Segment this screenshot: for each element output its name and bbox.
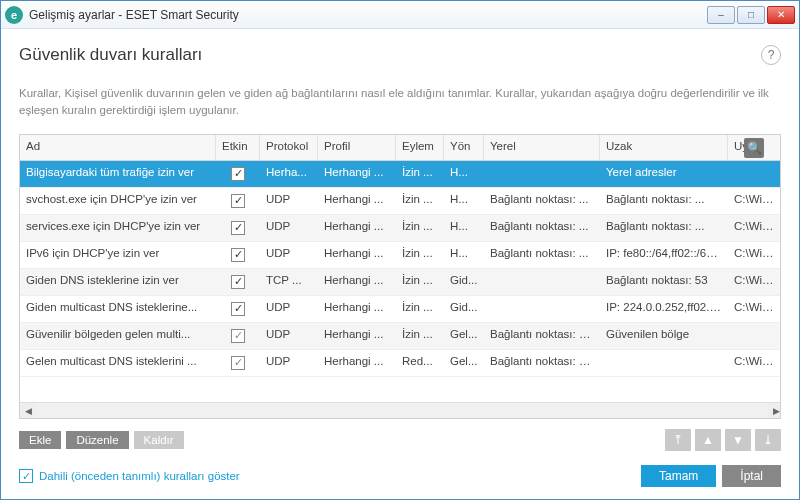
show-builtin-label: Dahili (önceden tanımlı) kuralları göste…	[39, 470, 240, 482]
cell-app: C:\Windo	[728, 215, 781, 241]
show-builtin-checkbox[interactable]: ✓ Dahili (önceden tanımlı) kuralları gös…	[19, 469, 240, 483]
table-row[interactable]: services.exe için DHCP'ye izin ver✓UDPHe…	[20, 215, 781, 242]
cell-profile: Herhangi ...	[318, 296, 396, 322]
cell-local	[484, 296, 600, 322]
cell-app: C:\Windo	[728, 188, 781, 214]
cell-action: İzin ...	[396, 323, 444, 349]
cell-local	[484, 269, 600, 295]
cell-profile: Herhangi ...	[318, 215, 396, 241]
remove-button[interactable]: Kaldır	[134, 431, 184, 449]
cell-dir: Gel...	[444, 323, 484, 349]
app-logo-icon: e	[5, 6, 23, 24]
table-row[interactable]: svchost.exe için DHCP'ye izin ver✓UDPHer…	[20, 188, 781, 215]
cell-remote	[600, 350, 728, 376]
cell-app: C:\Windo	[728, 296, 781, 322]
cell-name: services.exe için DHCP'ye izin ver	[20, 215, 216, 241]
cell-local: Bağlantı noktası: ...	[484, 242, 600, 268]
cell-proto: Herha...	[260, 161, 318, 187]
cell-app: C:\Windo	[728, 242, 781, 268]
cell-proto: UDP	[260, 296, 318, 322]
cell-profile: Herhangi ...	[318, 323, 396, 349]
move-top-button[interactable]: ⤒	[665, 429, 691, 451]
rules-table: Ad Etkin Protokol Profil Eylem Yön Yerel…	[19, 134, 781, 420]
cell-dir: H...	[444, 215, 484, 241]
cell-remote: IP: 224.0.0.252,ff02... Bağlantı noktası…	[600, 296, 728, 322]
scroll-right-icon[interactable]: ▶	[768, 403, 781, 419]
cell-proto: UDP	[260, 242, 318, 268]
col-protocol[interactable]: Protokol	[260, 135, 318, 160]
cell-profile: Herhangi ...	[318, 350, 396, 376]
cell-enabled[interactable]: ✓	[216, 296, 260, 322]
edit-buttons-row: Ekle Düzenle Kaldır ⤒ ▲ ▼ ⤓	[19, 429, 781, 451]
cell-enabled[interactable]: ✓	[216, 188, 260, 214]
help-icon[interactable]: ?	[761, 45, 781, 65]
cell-proto: UDP	[260, 188, 318, 214]
enabled-checkbox-icon: ✓	[231, 221, 245, 235]
cell-name: Güvenilir bölgeden gelen multi...	[20, 323, 216, 349]
cell-name: IPv6 için DHCP'ye izin ver	[20, 242, 216, 268]
col-local[interactable]: Yerel	[484, 135, 600, 160]
cell-action: Red...	[396, 350, 444, 376]
enabled-checkbox-icon: ✓	[231, 329, 245, 343]
cell-proto: UDP	[260, 323, 318, 349]
ok-button[interactable]: Tamam	[641, 465, 716, 487]
table-row[interactable]: Giden multicast DNS isteklerine...✓UDPHe…	[20, 296, 781, 323]
cell-enabled[interactable]: ✓	[216, 242, 260, 268]
cell-remote: Bağlantı noktası: 53	[600, 269, 728, 295]
cancel-button[interactable]: İptal	[722, 465, 781, 487]
cell-action: İzin ...	[396, 188, 444, 214]
col-direction[interactable]: Yön	[444, 135, 484, 160]
col-remote[interactable]: Uzak	[600, 135, 728, 160]
cell-dir: Gid...	[444, 269, 484, 295]
move-bottom-button[interactable]: ⤓	[755, 429, 781, 451]
cell-action: İzin ...	[396, 296, 444, 322]
cell-proto: UDP	[260, 350, 318, 376]
table-row[interactable]: IPv6 için DHCP'ye izin ver✓UDPHerhangi .…	[20, 242, 781, 269]
edit-button[interactable]: Düzenle	[66, 431, 128, 449]
close-button[interactable]: ✕	[767, 6, 795, 24]
col-profile[interactable]: Profil	[318, 135, 396, 160]
table-row[interactable]: Güvenilir bölgeden gelen multi...✓UDPHer…	[20, 323, 781, 350]
col-name[interactable]: Ad	[20, 135, 216, 160]
search-icon[interactable]: 🔍	[744, 138, 764, 158]
cell-proto: UDP	[260, 215, 318, 241]
window: e Gelişmiş ayarlar - ESET Smart Security…	[0, 0, 800, 500]
cell-local: Bağlantı noktası: ...	[484, 215, 600, 241]
col-enabled[interactable]: Etkin	[216, 135, 260, 160]
add-button[interactable]: Ekle	[19, 431, 61, 449]
cell-app: C:\Windo	[728, 269, 781, 295]
cell-dir: Gel...	[444, 350, 484, 376]
enabled-checkbox-icon: ✓	[231, 356, 245, 370]
table-row[interactable]: Gelen multicast DNS isteklerini ...✓UDPH…	[20, 350, 781, 377]
move-up-button[interactable]: ▲	[695, 429, 721, 451]
cell-app: C:\Windo	[728, 350, 781, 376]
horizontal-scrollbar[interactable]: ◀ ▶	[20, 402, 781, 418]
cell-dir: H...	[444, 188, 484, 214]
table-row[interactable]: Bilgisayardaki tüm trafiğe izin ver✓Herh…	[20, 161, 781, 188]
cell-enabled[interactable]: ✓	[216, 350, 260, 376]
cell-action: İzin ...	[396, 269, 444, 295]
cell-profile: Herhangi ...	[318, 161, 396, 187]
cell-remote: Bağlantı noktası: ...	[600, 215, 728, 241]
scroll-left-icon[interactable]: ◀	[20, 403, 36, 419]
cell-local: Bağlantı noktası: 5...	[484, 350, 600, 376]
table-row[interactable]: Giden DNS isteklerine izin ver✓TCP ...He…	[20, 269, 781, 296]
minimize-button[interactable]: –	[707, 6, 735, 24]
maximize-button[interactable]: □	[737, 6, 765, 24]
cell-dir: H...	[444, 242, 484, 268]
cell-remote: IP: fe80::/64,ff02::/64 Bağlantı nokta..…	[600, 242, 728, 268]
cell-enabled[interactable]: ✓	[216, 269, 260, 295]
move-down-button[interactable]: ▼	[725, 429, 751, 451]
cell-local: Bağlantı noktası: ...	[484, 188, 600, 214]
titlebar[interactable]: e Gelişmiş ayarlar - ESET Smart Security…	[1, 1, 799, 29]
table-body: Bilgisayardaki tüm trafiğe izin ver✓Herh…	[20, 161, 781, 403]
cell-action: İzin ...	[396, 161, 444, 187]
cell-enabled[interactable]: ✓	[216, 161, 260, 187]
cell-app	[728, 161, 781, 187]
cell-enabled[interactable]: ✓	[216, 215, 260, 241]
enabled-checkbox-icon: ✓	[231, 275, 245, 289]
cell-enabled[interactable]: ✓	[216, 323, 260, 349]
window-title: Gelişmiş ayarlar - ESET Smart Security	[29, 8, 705, 22]
col-action[interactable]: Eylem	[396, 135, 444, 160]
cell-name: Bilgisayardaki tüm trafiğe izin ver	[20, 161, 216, 187]
